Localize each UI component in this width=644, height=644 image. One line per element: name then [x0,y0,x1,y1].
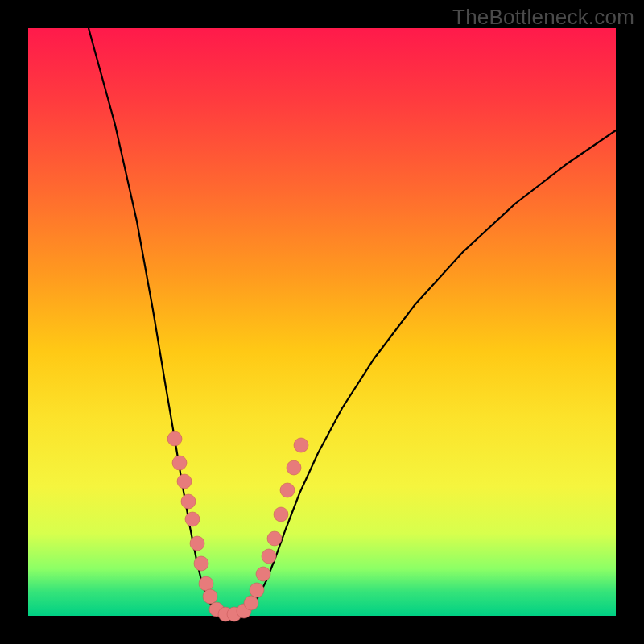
chart-frame: TheBottleneck.com [0,0,644,644]
data-dot [274,507,288,522]
data-dot [280,483,295,497]
plot-area [28,28,616,616]
data-dot [177,474,192,489]
data-dot [256,567,270,581]
data-dot [250,583,264,597]
data-dot [203,589,217,604]
data-dot [172,456,187,470]
data-dot [267,531,282,546]
data-dot [287,460,301,475]
data-dot [185,512,200,526]
data-dot [167,431,182,446]
curve-right [240,130,616,614]
data-dot [294,438,308,452]
data-dot [262,549,276,564]
bottleneck-curve [28,28,616,616]
data-dot [199,576,213,591]
curve-left [89,28,224,614]
data-dot [181,494,196,509]
data-dot [190,536,204,551]
data-dot [194,556,208,571]
watermark-text: TheBottleneck.com [452,5,634,30]
data-dot [244,596,258,610]
